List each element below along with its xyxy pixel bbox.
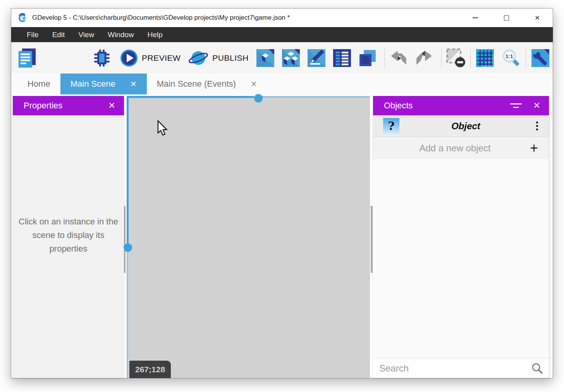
window-title: GDevelop 5 - C:\Users\charburg\Documents… [32,14,460,22]
publish-globe-icon [188,49,208,67]
toolbar-separator [470,48,471,68]
maximize-button[interactable] [491,9,522,27]
tab-home[interactable]: Home [17,74,60,94]
vertical-scrollbar-thumb[interactable] [124,206,126,273]
publish-label: PUBLISH [212,53,248,63]
events-pencil-icon [308,49,325,67]
properties-panel-title: Properties [24,101,108,111]
close-icon[interactable]: ✕ [533,101,540,111]
grid-icon [476,49,494,67]
toolbar-separator [441,48,442,68]
mouse-cursor [157,120,169,136]
maximize-icon [504,15,509,21]
layers-button[interactable] [359,49,377,67]
undo-button[interactable] [390,50,407,66]
close-icon: ✕ [535,14,540,22]
debugger-button[interactable] [93,49,111,67]
kebab-menu-icon[interactable] [532,120,542,132]
toolbar-options-wrench-icon [531,49,549,67]
toolbar-separator [384,48,385,68]
close-window-button[interactable]: ✕ [522,9,553,27]
unknown-object-icon: ? [383,118,399,134]
scene-properties-button[interactable] [333,49,351,67]
app-window: GDevelop 5 - C:\Users\charburg\Documents… [11,8,553,378]
zoom-level-label: 1:1 [506,53,513,59]
properties-panel: Properties ✕ Click on an instance in the… [13,96,124,378]
toolbar: PREVIEW PUBLISH [11,42,553,74]
edit-scene-button[interactable] [282,49,300,67]
debug-icon [93,49,111,67]
layers-icon [359,49,377,67]
menu-edit[interactable]: Edit [52,31,65,39]
edit-events-button[interactable] [308,49,325,67]
horizontal-scrollbar[interactable] [127,96,254,98]
vertical-scrollbar[interactable] [127,248,128,378]
add-object-label: Add a new object [383,143,527,154]
horizontal-scrollbar-handle[interactable] [254,94,263,103]
undo-icon [390,50,407,66]
close-icon[interactable]: ✕ [108,101,115,111]
menu-bar: File Edit View Window Help [11,27,553,42]
clear-selection-button[interactable] [446,48,466,68]
redo-button[interactable] [416,50,433,66]
properties-panel-header: Properties ✕ [13,96,124,115]
tab-bar: Home Main Scene ✕ Main Scene (Events) ✕ [11,74,553,94]
vertical-scrollbar-thumb[interactable] [371,206,373,273]
vertical-scrollbar-handle[interactable] [124,243,132,252]
filter-icon[interactable] [510,103,522,108]
deselect-icon [446,48,466,68]
toolbar-options-button[interactable] [531,49,549,67]
objects-panel-header: Objects ✕ [373,96,549,115]
tab-close-icon[interactable]: ✕ [130,79,137,89]
scene-cube-icon [256,49,274,67]
edit-objects-button[interactable] [256,49,274,67]
main-area: Properties ✕ Click on an instance in the… [11,94,553,378]
tab-main-scene[interactable]: Main Scene ✕ [60,74,147,94]
object-name: Object [399,121,532,132]
add-object-row[interactable]: Add a new object + [373,137,549,159]
preview-button[interactable]: PREVIEW [120,49,181,67]
title-bar: GDevelop 5 - C:\Users\charburg\Documents… [11,9,553,27]
menu-window[interactable]: Window [108,31,134,39]
zoom-1-1-icon: 1:1 [502,49,520,67]
horizontal-scrollbar[interactable] [254,96,370,98]
tab-main-scene-events-label: Main Scene (Events) [157,79,236,89]
tab-close-icon[interactable]: ✕ [251,79,257,89]
toolbar-separator [526,48,526,68]
objects-panel: Objects ✕ ? Object Add a new object + [373,96,549,378]
preview-label: PREVIEW [142,53,181,63]
menu-file[interactable]: File [27,31,39,39]
objects-search-bar [373,358,549,378]
publish-button[interactable]: PUBLISH [188,49,248,67]
plus-icon[interactable]: + [527,141,541,155]
project-manager-icon [17,48,37,68]
menu-view[interactable]: View [78,31,94,39]
tab-main-scene-label: Main Scene [70,79,115,89]
preview-play-icon [120,49,138,67]
object-list-item[interactable]: ? Object [373,115,549,137]
minimize-button[interactable] [460,9,491,27]
properties-panel-body: Click on an instance in the scene to dis… [13,115,124,378]
cursor-coordinates-badge: 267;128 [129,361,171,378]
vertical-scrollbar[interactable] [127,96,129,248]
tab-home-label: Home [28,79,50,89]
scene-canvas[interactable]: 267;128 [127,96,370,378]
tab-main-scene-events[interactable]: Main Scene (Events) ✕ [147,74,267,94]
minimize-icon [473,17,478,18]
properties-empty-message: Click on an instance in the scene to dis… [19,215,119,255]
objects-list-empty-area [373,159,549,358]
zoom-button[interactable]: 1:1 [502,49,520,67]
redo-icon [416,50,433,66]
search-icon [531,362,543,375]
scene-cubes-icon [282,49,300,67]
gdevelop-logo-icon [17,13,28,23]
properties-list-icon [333,49,351,67]
grid-button[interactable] [476,49,494,67]
objects-panel-title: Objects [384,101,510,111]
search-input[interactable] [379,363,531,374]
project-manager-button[interactable] [17,48,37,68]
menu-help[interactable]: Help [148,31,163,39]
